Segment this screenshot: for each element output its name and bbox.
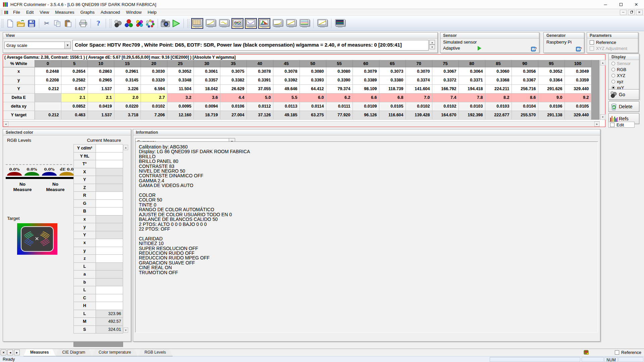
table-cell[interactable]: 0.2965 xyxy=(88,76,114,84)
table-cell[interactable]: 0.0852 xyxy=(61,102,88,111)
delete-button[interactable]: Delete xyxy=(608,101,639,112)
table-cell[interactable]: 0.0105 xyxy=(379,102,406,111)
measure-colorchecker-button[interactable] xyxy=(145,18,156,29)
table-cell[interactable]: 0.3078 xyxy=(247,67,273,76)
view-cie-diagram-icon[interactable] xyxy=(258,18,270,29)
table-cell[interactable]: 0.0112 xyxy=(247,102,273,111)
table-cell[interactable]: 8.6 xyxy=(512,93,538,102)
table-cell[interactable]: 256.716 xyxy=(512,84,538,93)
table-cell[interactable]: 0.3389 xyxy=(353,76,379,84)
column-header[interactable]: 70 xyxy=(406,60,432,67)
print-button[interactable] xyxy=(78,18,89,29)
tab-rgb-levels[interactable]: RGB Levels xyxy=(138,349,173,356)
menu-measures[interactable]: Measures xyxy=(52,9,77,15)
table-cell[interactable]: 18.042 xyxy=(194,84,220,93)
menubar-grip[interactable] xyxy=(1,10,2,15)
table-cell[interactable]: 63.275 xyxy=(300,111,326,119)
display-option-xyz[interactable]: XYZ xyxy=(611,73,639,78)
table-cell[interactable]: 0.0105 xyxy=(565,102,591,111)
spinner-up-icon[interactable]: ▲ xyxy=(429,40,435,45)
table-cell[interactable]: 329.440 xyxy=(565,84,591,93)
table-cell[interactable]: 0.0103 xyxy=(485,102,512,111)
column-header[interactable]: 20 xyxy=(141,60,167,67)
table-cell[interactable]: 0.212 xyxy=(35,111,61,119)
table-cell[interactable]: 0.3371 xyxy=(459,76,485,84)
menu-file[interactable]: File xyxy=(10,9,23,15)
table-cell[interactable]: 0.3060 xyxy=(485,67,512,76)
table-cell[interactable]: 255.570 xyxy=(512,111,538,119)
table-cell[interactable]: 6.6 xyxy=(353,93,379,102)
menu-window[interactable]: Window xyxy=(123,9,145,15)
table-cell[interactable]: 0.2582 xyxy=(61,76,88,84)
view-nearblack-curve-icon[interactable] xyxy=(218,18,230,29)
menu-edit[interactable]: Edit xyxy=(23,9,37,15)
scroll-right-icon[interactable]: ► xyxy=(594,121,600,127)
column-header[interactable]: 40 xyxy=(247,60,273,67)
mdi-close-button[interactable]: ✕ xyxy=(636,10,643,15)
table-cell[interactable]: 222.677 xyxy=(485,111,512,119)
table-cell[interactable]: 7.8 xyxy=(459,93,485,102)
table-cell[interactable]: 0.3374 xyxy=(406,76,432,84)
view-contrast-curve-icon[interactable] xyxy=(285,18,297,29)
table-cell[interactable]: 0.0095 xyxy=(167,102,194,111)
table-cell[interactable]: 79.374 xyxy=(326,84,353,93)
new-file-button[interactable] xyxy=(5,18,15,29)
column-header[interactable]: 10 xyxy=(88,60,114,67)
column-header[interactable]: 85 xyxy=(485,60,512,67)
table-cell[interactable]: 6.594 xyxy=(141,84,167,93)
table-cell[interactable]: 0.0220 xyxy=(114,102,141,111)
table-cell[interactable]: 27.004 xyxy=(220,111,247,119)
table-cell[interactable]: 0.3052 xyxy=(167,67,194,76)
table-cell[interactable]: 0.617 xyxy=(61,84,88,93)
table-cell[interactable]: 0.3364 xyxy=(538,76,565,84)
measure-primaries-button[interactable] xyxy=(123,18,134,29)
table-cell[interactable]: 0.2208 xyxy=(35,76,61,84)
view-gamma-tracking-icon[interactable] xyxy=(272,18,284,29)
view-measures-grid-icon[interactable] xyxy=(191,18,203,29)
table-cell[interactable]: 166.792 xyxy=(432,84,459,93)
table-vertical-scrollbar[interactable]: ▲ ▼ xyxy=(600,60,605,120)
table-cell[interactable]: 0.2448 xyxy=(35,67,61,76)
table-cell[interactable]: 0.463 xyxy=(61,111,88,119)
column-header[interactable]: 90 xyxy=(512,60,538,67)
view-gamma-curve-icon[interactable] xyxy=(205,18,217,29)
table-cell[interactable]: 0.3368 xyxy=(485,76,512,84)
table-cell[interactable]: 0.3145 xyxy=(114,76,141,84)
table-cell[interactable]: 6.2 xyxy=(326,93,353,102)
scroll-down-icon[interactable]: ▼ xyxy=(600,114,605,120)
table-cell[interactable]: 0.0104 xyxy=(512,102,538,111)
menu-help[interactable]: Help xyxy=(145,9,160,15)
view-selector-dropdown[interactable]: Gray scale ▼ xyxy=(4,42,71,49)
go-button[interactable]: Go xyxy=(608,89,639,100)
column-header[interactable]: 45 xyxy=(273,60,300,67)
table-cell[interactable]: 2.7 xyxy=(141,93,167,102)
table-cell[interactable]: 139.428 xyxy=(406,111,432,119)
table-cell[interactable]: 26.629 xyxy=(220,84,247,93)
table-cell[interactable]: 9.2 xyxy=(565,93,591,102)
table-cell[interactable]: 0.3070 xyxy=(406,67,432,76)
table-cell[interactable]: 0.0103 xyxy=(459,102,485,111)
maximize-button[interactable] xyxy=(613,0,629,9)
table-cell[interactable]: 37.055 xyxy=(247,84,273,93)
table-cell[interactable]: 6.8 xyxy=(379,93,406,102)
table-cell[interactable]: 3.2 xyxy=(167,93,194,102)
tab-measures[interactable]: Measures xyxy=(23,349,55,356)
table-cell[interactable]: 0.0109 xyxy=(353,102,379,111)
minimize-button[interactable]: ─ xyxy=(598,0,613,9)
table-cell[interactable]: 194.418 xyxy=(459,84,485,93)
measure-spinner[interactable]: ▲ ▼ xyxy=(429,40,435,49)
table-cell[interactable]: 0.3367 xyxy=(512,76,538,84)
table-cell[interactable]: 0.3061 xyxy=(194,67,220,76)
column-header[interactable]: 35 xyxy=(220,60,247,67)
table-cell[interactable]: 49.185 xyxy=(273,111,300,119)
mdi-restore-button[interactable] xyxy=(628,10,635,15)
menu-graphs[interactable]: Graphs xyxy=(77,9,98,15)
table-cell[interactable]: 0.3056 xyxy=(512,67,538,76)
table-cell[interactable]: 2.0 xyxy=(114,93,141,102)
table-cell[interactable]: 0.3357 xyxy=(194,76,220,84)
table-cell[interactable]: 118.739 xyxy=(379,84,406,93)
table-cell[interactable]: 0.3075 xyxy=(220,67,247,76)
toolbar-grip[interactable] xyxy=(2,19,3,28)
table-cell[interactable]: 3.718 xyxy=(114,111,141,119)
configure-sensor-button[interactable] xyxy=(531,47,537,52)
